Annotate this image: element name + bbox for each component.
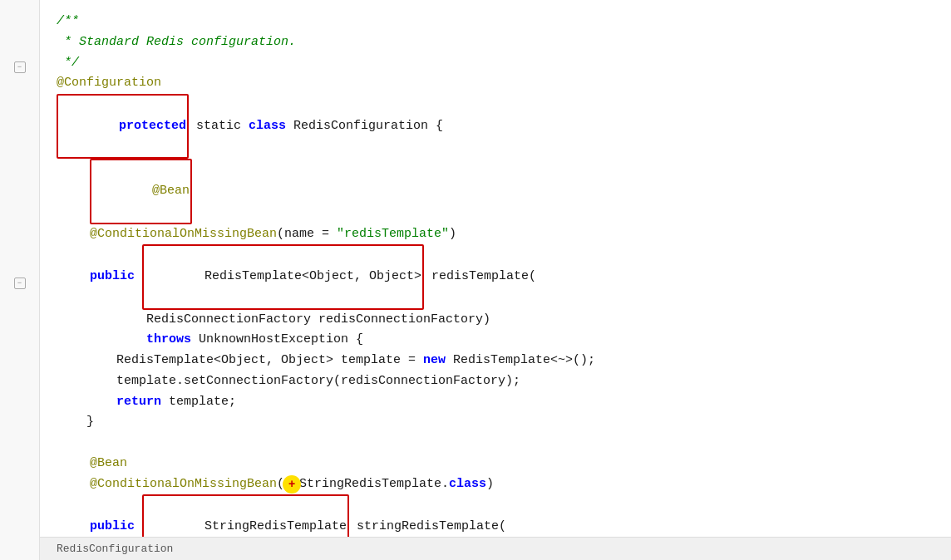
code-line-body1-3: return template; — [57, 392, 934, 413]
comment-close: */ — [57, 53, 79, 74]
method2-name: stringRedisTemplate( — [349, 517, 506, 538]
code-line-blank — [57, 433, 934, 454]
code-line-conditional1: @ConditionalOnMissingBean (name = "redis… — [57, 224, 934, 245]
gutter-line-8 — [14, 128, 26, 140]
code-line-bean1: @Bean — [57, 159, 934, 224]
bottom-label: RedisConfiguration — [57, 540, 173, 558]
code-line-conditional2: @ConditionalOnMissingBean (StringRedisTe… — [57, 474, 934, 495]
bean1-box: @Bean — [90, 159, 192, 224]
class2-keyword: class — [449, 474, 486, 495]
gutter-line-18 — [14, 294, 26, 306]
yellow-cursor — [283, 475, 301, 494]
conditional1-close: ) — [449, 224, 456, 245]
code-line-bean2: @Bean — [57, 454, 934, 474]
code-line-class-decl: protected static class RedisConfiguratio… — [57, 94, 934, 159]
public1-keyword: public — [90, 267, 142, 287]
type1: RedisTemplate<Object, Object> — [204, 269, 421, 283]
gutter-line-16 — [14, 261, 26, 273]
gutter-line-5 — [14, 78, 26, 90]
gutter-line-9 — [14, 145, 26, 156]
code-line-method1-decl: public RedisTemplate<Object, Object> red… — [57, 244, 934, 309]
comment-open: /** — [57, 12, 79, 32]
public2-keyword: public — [90, 517, 142, 538]
code-area: /** * Standard Redis configuration. */ @… — [40, 0, 951, 560]
body1-var: RedisTemplate<Object, Object> template = — [57, 351, 423, 371]
body1-setconn: template.setConnectionFactory(redisConne… — [57, 371, 520, 392]
gutter: − − — [0, 0, 40, 560]
gutter-line-19 — [14, 311, 26, 322]
gutter-line-23 — [14, 377, 26, 389]
gutter-line-12 — [14, 194, 26, 206]
gutter-line-14 — [14, 228, 26, 239]
bottom-bar: RedisConfiguration — [40, 537, 951, 560]
gutter-line-3 — [14, 45, 26, 56]
fold-icon-2[interactable]: − — [14, 278, 26, 289]
gutter-line-21 — [14, 344, 26, 356]
method1-name: redisTemplate( — [424, 267, 536, 287]
close1: } — [57, 412, 94, 433]
protected-keyword-box: protected — [57, 94, 189, 159]
gutter-line-22 — [14, 361, 26, 372]
gutter-line-15 — [14, 244, 26, 256]
code-line-body1-2: template.setConnectionFactory(redisConne… — [57, 371, 934, 392]
gutter-line-24 — [14, 394, 26, 405]
code-line-body1-1: RedisTemplate<Object, Object> template =… — [57, 351, 934, 371]
fold-icon-1[interactable]: − — [14, 61, 26, 73]
bean1-annotation: @Bean — [152, 184, 190, 198]
return1-keyword: return — [116, 392, 161, 413]
bean2-annotation: @Bean — [90, 454, 127, 474]
code-editor: − − /** * Standard Redis configuration. — [0, 0, 951, 560]
throws1-indent — [57, 330, 146, 351]
param1: RedisConnectionFactory redisConnectionFa… — [57, 310, 490, 331]
comment-body: * Standard Redis configuration. — [57, 32, 296, 53]
class-keyword: class — [249, 116, 286, 137]
gutter-line-10 — [14, 161, 26, 173]
code-line-comment1: /** — [57, 12, 934, 32]
throws1-keyword: throws — [146, 330, 191, 351]
gutter-line-25 — [14, 410, 26, 422]
conditional2-close: ) — [486, 474, 494, 495]
gutter-line-1 — [14, 12, 26, 23]
static-keyword: static — [189, 116, 249, 137]
code-line-method1-throws: throws UnknownHostException { — [57, 330, 934, 351]
annotation-configuration: @Configuration — [57, 73, 161, 94]
gutter-line-7 — [14, 111, 26, 123]
gutter-line-2 — [14, 28, 26, 40]
body1-new: RedisTemplate<~>(); — [446, 351, 595, 371]
code-line-comment3: */ — [57, 53, 934, 74]
code-line-annotation-config: @Configuration — [57, 73, 934, 94]
conditional1-string: "redisTemplate" — [337, 224, 449, 245]
conditional2-class: StringRedisTemplate. — [299, 474, 449, 495]
gutter-line-6 — [14, 95, 26, 106]
gutter-line-11 — [14, 178, 26, 189]
code-line-comment2: * Standard Redis configuration. — [57, 32, 934, 53]
gutter-line-13 — [14, 211, 26, 223]
conditional2-annotation: @ConditionalOnMissingBean — [90, 474, 277, 495]
class-name: RedisConfiguration { — [286, 116, 443, 137]
code-line-method1-param: RedisConnectionFactory redisConnectionFa… — [57, 310, 934, 331]
conditional1-annotation: @ConditionalOnMissingBean — [90, 224, 277, 245]
protected-keyword: protected — [119, 119, 186, 133]
type1-box: RedisTemplate<Object, Object> — [142, 244, 424, 309]
code-line-close1: } — [57, 412, 934, 433]
body1-return-indent — [57, 392, 116, 413]
body1-return-val: template; — [161, 392, 236, 413]
throws1-type: UnknownHostException { — [191, 330, 363, 351]
conditional1-args: (name = — [277, 224, 337, 245]
new1-keyword: new — [423, 351, 446, 371]
gutter-line-20 — [14, 327, 26, 339]
type2: StringRedisTemplate — [204, 519, 347, 533]
